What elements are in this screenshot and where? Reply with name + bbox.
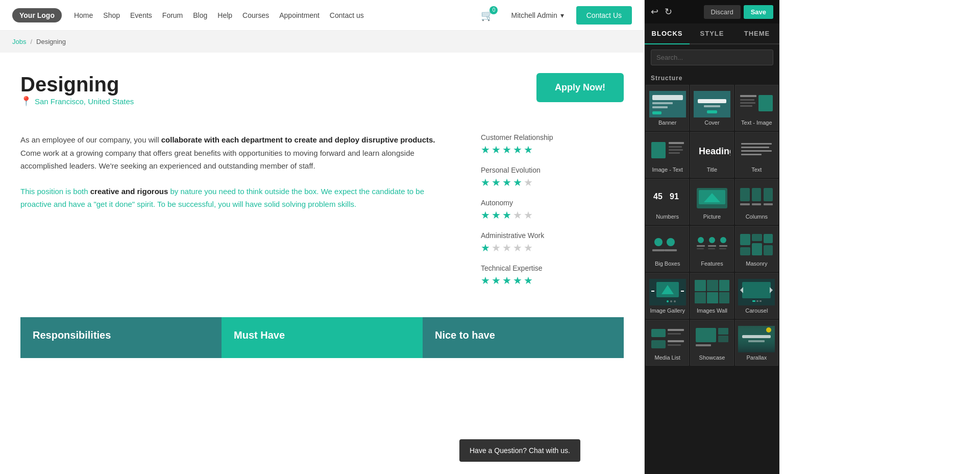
block-preview-carousel xyxy=(738,279,775,305)
block-text[interactable]: Text xyxy=(735,132,778,178)
star-icon: ★ xyxy=(492,274,501,287)
nav-contact[interactable]: Contact us xyxy=(330,11,364,19)
block-preview-text-image xyxy=(738,91,775,117)
rating-personal-evolution: Personal Evolution ★ ★ ★ ★ ★ xyxy=(481,166,624,188)
svg-point-50 xyxy=(720,237,726,243)
discard-button[interactable]: Discard xyxy=(704,5,741,19)
svg-rect-78 xyxy=(719,292,729,303)
svg-rect-62 xyxy=(752,243,762,255)
tab-theme[interactable]: THEME xyxy=(734,23,779,43)
svg-rect-46 xyxy=(665,249,677,251)
block-label-big-boxes: Big Boxes xyxy=(655,260,680,267)
block-image-gallery[interactable]: Image Gallery xyxy=(646,273,689,319)
block-image-text[interactable]: Image - Text xyxy=(646,132,689,178)
block-label-cover: Cover xyxy=(704,120,719,126)
svg-rect-89 xyxy=(668,333,681,335)
block-preview-numbers: 45 91 xyxy=(649,185,686,211)
block-preview-columns xyxy=(738,185,775,211)
block-banner[interactable]: Banner xyxy=(646,85,689,131)
svg-rect-75 xyxy=(719,280,729,291)
svg-rect-36 xyxy=(740,188,750,201)
svg-rect-42 xyxy=(649,232,686,258)
block-showcase[interactable]: Showcase xyxy=(690,320,733,366)
svg-rect-96 xyxy=(718,336,728,342)
job-ratings: Customer Relationship ★ ★ ★ ★ ★ Personal… xyxy=(481,133,624,297)
rating-label-2: Personal Evolution xyxy=(481,166,624,174)
apply-now-button[interactable]: Apply Now! xyxy=(536,73,624,102)
rating-technical-expertise: Technical Expertise ★ ★ ★ ★ ★ xyxy=(481,264,624,287)
tab-blocks[interactable]: BLOCKS xyxy=(645,23,690,44)
block-media-list[interactable]: Media List xyxy=(646,320,689,366)
block-title[interactable]: Heading Title xyxy=(690,132,733,178)
svg-point-69 xyxy=(667,300,669,302)
block-parallax[interactable]: Parallax xyxy=(735,320,778,366)
cart-badge: 0 xyxy=(489,6,498,14)
star-icon: ★ xyxy=(502,274,511,287)
svg-rect-38 xyxy=(752,188,761,201)
job-header: Designing 📍 San Francisco, United States… xyxy=(20,73,624,127)
save-button[interactable]: Save xyxy=(744,5,773,19)
star-empty-icon: ★ xyxy=(492,242,501,254)
star-icon: ★ xyxy=(513,274,522,287)
panel-content: Banner Cover xyxy=(645,85,779,474)
svg-rect-99 xyxy=(742,335,771,338)
svg-rect-54 xyxy=(697,248,704,249)
nav-home[interactable]: Home xyxy=(74,11,93,19)
block-preview-text xyxy=(738,138,775,164)
nav-appointment[interactable]: Appointment xyxy=(279,11,320,19)
nav-courses[interactable]: Courses xyxy=(242,11,269,19)
svg-rect-14 xyxy=(758,95,773,111)
svg-rect-45 xyxy=(652,249,665,251)
redo-icon[interactable]: ↻ xyxy=(665,6,672,17)
nav-forum[interactable]: Forum xyxy=(162,11,183,19)
nav-shop[interactable]: Shop xyxy=(103,11,120,19)
svg-rect-3 xyxy=(652,106,668,108)
svg-rect-73 xyxy=(695,280,706,291)
breadcrumb-parent[interactable]: Jobs xyxy=(12,38,26,45)
svg-rect-10 xyxy=(740,95,756,97)
contact-us-button[interactable]: Contact Us xyxy=(576,6,632,25)
star-icon: ★ xyxy=(513,176,522,188)
block-picture[interactable]: Picture xyxy=(690,179,733,225)
block-numbers[interactable]: 45 91 Numbers xyxy=(646,179,689,225)
block-carousel[interactable]: Carousel xyxy=(735,273,778,319)
star-icon: ★ xyxy=(481,242,490,254)
nav-blog[interactable]: Blog xyxy=(193,11,207,19)
admin-label: Mitchell Admin xyxy=(511,11,557,19)
rating-label-4: Administrative Work xyxy=(481,231,624,240)
block-label-image-text: Image - Text xyxy=(652,167,683,173)
tab-style[interactable]: STYLE xyxy=(690,23,734,43)
svg-rect-88 xyxy=(668,329,684,331)
block-preview-title: Heading xyxy=(694,138,730,164)
block-cover[interactable]: Cover xyxy=(690,85,733,131)
nav-help[interactable]: Help xyxy=(217,11,232,19)
star-icon: ★ xyxy=(492,209,501,221)
block-masonry[interactable]: Masonry xyxy=(735,226,778,272)
svg-rect-85 xyxy=(760,300,762,302)
star-icon: ★ xyxy=(481,176,490,188)
chat-widget[interactable]: Have a Question? Chat with us. xyxy=(459,439,580,462)
block-label-features: Features xyxy=(701,260,723,267)
svg-rect-92 xyxy=(668,344,681,346)
block-text-image[interactable]: Text - Image xyxy=(735,85,778,131)
svg-rect-74 xyxy=(707,280,718,291)
cart-icon[interactable]: 🛒 0 xyxy=(481,9,494,21)
star-icon: ★ xyxy=(502,209,511,221)
block-images-wall[interactable]: Images Wall xyxy=(690,273,733,319)
undo-icon[interactable]: ↩ xyxy=(651,6,658,17)
admin-dropdown[interactable]: Mitchell Admin ▾ xyxy=(511,11,564,19)
star-empty-icon: ★ xyxy=(502,242,511,254)
svg-point-49 xyxy=(709,237,715,243)
block-columns[interactable]: Columns xyxy=(735,179,778,225)
breadcrumb-separator: / xyxy=(30,38,32,45)
svg-rect-63 xyxy=(764,245,773,255)
svg-rect-2 xyxy=(652,102,673,104)
nav-events[interactable]: Events xyxy=(130,11,152,19)
svg-text:91: 91 xyxy=(670,192,679,201)
svg-rect-41 xyxy=(764,203,773,205)
block-features[interactable]: Features xyxy=(690,226,733,272)
svg-rect-95 xyxy=(718,328,728,335)
block-big-boxes[interactable]: Big Boxes xyxy=(646,226,689,272)
search-input[interactable] xyxy=(651,50,773,65)
svg-rect-58 xyxy=(740,234,750,245)
